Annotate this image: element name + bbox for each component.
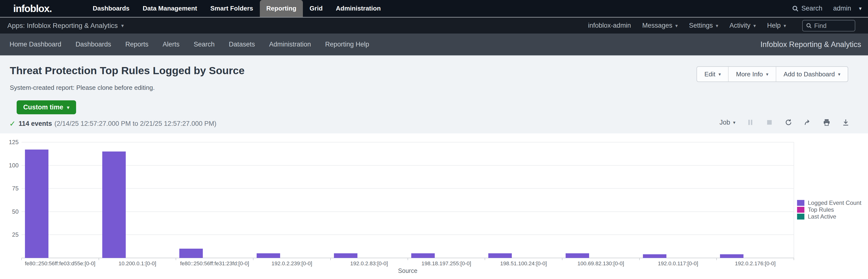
last-active-swatch — [797, 214, 804, 220]
time-range-label: Custom time — [23, 103, 63, 111]
x-axis-tick — [562, 258, 562, 260]
legend-item-last-active[interactable]: Last Active — [797, 213, 861, 220]
job-menu-label: Job — [719, 119, 730, 126]
subnav-item-alerts[interactable]: Alerts — [156, 41, 187, 48]
bar-192-0-2-176-0-0[interactable] — [720, 254, 743, 258]
subnav-item-reports[interactable]: Reports — [118, 41, 156, 48]
topbar-tab-administration[interactable]: Administration — [329, 0, 387, 17]
subnav-item-home-dashboard[interactable]: Home Dashboard — [2, 41, 68, 48]
edit-button[interactable]: Edit▾ — [697, 67, 728, 82]
appsbar-menu-label-infoblox-admin: infoblox-admin — [588, 22, 631, 29]
x-tick-label-fe80-250-56ff-fe03-d55e-0-0: fe80::250:56ff:fe03:d55e:[0-0] — [22, 260, 99, 267]
appsbar-menu-messages[interactable]: Messages▾ — [642, 22, 678, 29]
screen: infoblox. DashboardsData ManagementSmart… — [0, 0, 868, 279]
appsbar-menu-settings[interactable]: Settings▾ — [689, 22, 718, 29]
bar-192-0-0-117-0-0[interactable] — [643, 254, 666, 258]
bar-198-51-100-24-0-0[interactable] — [488, 253, 512, 258]
x-tick-label-192-0-2-176-0-0: 192.0.2.176:[0-0] — [717, 260, 794, 267]
share-icon[interactable] — [803, 118, 812, 127]
logged-event-count-swatch — [797, 200, 804, 206]
user-menu[interactable]: admin — [833, 5, 851, 12]
pause-icon[interactable] — [746, 118, 754, 127]
reporting-subnav: Home DashboardDashboardsReportsAlertsSea… — [0, 34, 868, 56]
appsbar-menu-help[interactable]: Help▾ — [767, 22, 786, 29]
report-actions: Edit▾More Info▾Add to Dashboard▾ — [696, 66, 848, 82]
settings-caret-icon: ▾ — [716, 23, 718, 29]
subnav-item-reporting-help[interactable]: Reporting Help — [318, 41, 376, 48]
top-rules-swatch — [797, 207, 804, 213]
legend-label-top-rules: Top Rules — [808, 206, 834, 213]
job-menu[interactable]: Job ▾ — [719, 119, 735, 126]
appsbar-menus: infoblox-adminMessages▾Settings▾Activity… — [577, 18, 786, 34]
bar-fe80-250-56ff-fe03-d55e-0-0[interactable] — [25, 150, 49, 258]
appsbar-menu-label-activity: Activity — [730, 22, 750, 29]
events-summary: ✓ 114 events (2/14/25 12:57:27.000 PM to… — [9, 119, 217, 128]
x-tick-label-192-0-0-117-0-0: 192.0.0.117:[0-0] — [640, 260, 717, 267]
appsbar-menu-activity[interactable]: Activity▾ — [730, 22, 756, 29]
legend-label-logged-event-count: Logged Event Count — [808, 199, 861, 206]
y-tick-label-50: 50 — [4, 208, 19, 215]
find-input[interactable] — [814, 22, 852, 29]
bar-10-200-0-1-0-0[interactable] — [102, 152, 126, 258]
legend-label-last-active: Last Active — [808, 213, 836, 220]
apps-selector[interactable]: Apps: Infoblox Reporting & Analytics ▾ — [7, 22, 124, 30]
bar-192-0-2-83-0-0[interactable] — [334, 253, 358, 258]
messages-caret-icon: ▾ — [675, 23, 678, 29]
edit-button-label: Edit — [704, 70, 715, 78]
topbar-right: Search admin ▾ — [792, 0, 862, 17]
topbar-tab-data-management[interactable]: Data Management — [136, 0, 204, 17]
apps-bar: Apps: Infoblox Reporting & Analytics ▾ i… — [0, 18, 868, 34]
global-search-link[interactable]: Search — [802, 5, 823, 12]
add-to-dashboard-button-label: Add to Dashboard — [784, 70, 835, 78]
legend-item-top-rules[interactable]: Top Rules — [797, 206, 861, 213]
find-box[interactable] — [802, 20, 855, 31]
legend-item-logged-event-count[interactable]: Logged Event Count — [797, 199, 861, 206]
gridline-100 — [22, 165, 794, 166]
subnav-item-search[interactable]: Search — [187, 41, 222, 48]
bar-fe80-250-56ff-fe31-23fd-0-0[interactable] — [179, 249, 203, 258]
refresh-icon[interactable] — [784, 118, 793, 127]
subnav-item-dashboards[interactable]: Dashboards — [68, 41, 118, 48]
topbar-tab-reporting[interactable]: Reporting — [260, 0, 303, 17]
add-to-dashboard-caret-icon: ▾ — [838, 71, 840, 77]
appsbar-menu-infoblox-admin[interactable]: infoblox-admin — [588, 22, 631, 29]
more-info-button[interactable]: More Info▾ — [728, 67, 776, 82]
infoblox-logo: infoblox. — [13, 3, 52, 14]
subnav-items: Home DashboardDashboardsReportsAlertsSea… — [2, 34, 376, 55]
activity-caret-icon: ▾ — [753, 23, 756, 29]
y-tick-label-75: 75 — [4, 185, 19, 192]
user-menu-caret-icon[interactable]: ▾ — [859, 5, 862, 12]
x-tick-label-192-0-2-239-0-0: 192.0.2.239:[0-0] — [253, 260, 331, 267]
x-axis-tick — [21, 258, 22, 260]
job-toolbar: Job ▾ — [719, 118, 850, 127]
bar-198-18-197-255-0-0[interactable] — [411, 253, 435, 258]
y-tick-label-25: 25 — [4, 231, 19, 238]
topbar-tab-smart-folders[interactable]: Smart Folders — [204, 0, 260, 17]
add-to-dashboard-button[interactable]: Add to Dashboard▾ — [776, 67, 848, 82]
page-subtitle: System-created report: Please clone befo… — [10, 84, 155, 92]
stop-icon[interactable] — [765, 118, 774, 127]
x-axis-tick — [716, 258, 717, 260]
events-range: (2/14/25 12:57:27.000 PM to 2/21/25 12:5… — [55, 120, 217, 127]
x-tick-label-198-18-197-255-0-0: 198.18.197.255:[0-0] — [408, 260, 485, 267]
edit-caret-icon: ▾ — [718, 71, 721, 77]
topbar-tab-dashboards[interactable]: Dashboards — [86, 0, 136, 17]
time-range-button[interactable]: Custom time ▾ — [17, 100, 76, 114]
x-axis-tick — [99, 258, 99, 260]
print-icon[interactable] — [823, 118, 831, 127]
subnav-item-datasets[interactable]: Datasets — [222, 41, 262, 48]
gridline-75 — [22, 188, 794, 189]
chart-legend: Logged Event CountTop RulesLast Active — [797, 199, 861, 220]
topbar-tab-grid[interactable]: Grid — [303, 0, 329, 17]
bar-100-69-82-130-0-0[interactable] — [566, 253, 589, 258]
gridline-25 — [22, 235, 794, 235]
download-icon[interactable] — [842, 118, 850, 127]
apps-caret-icon: ▾ — [121, 23, 124, 29]
subnav-item-administration[interactable]: Administration — [262, 41, 318, 48]
bar-192-0-2-239-0-0[interactable] — [257, 253, 280, 258]
x-tick-label-192-0-2-83-0-0: 192.0.2.83:[0-0] — [331, 260, 408, 267]
gridline-125 — [22, 142, 794, 143]
y-tick-label-100: 100 — [4, 162, 19, 169]
x-axis-tick — [176, 258, 176, 260]
chart-panel: Source Logged Event CountTop RulesLast A… — [0, 133, 868, 279]
